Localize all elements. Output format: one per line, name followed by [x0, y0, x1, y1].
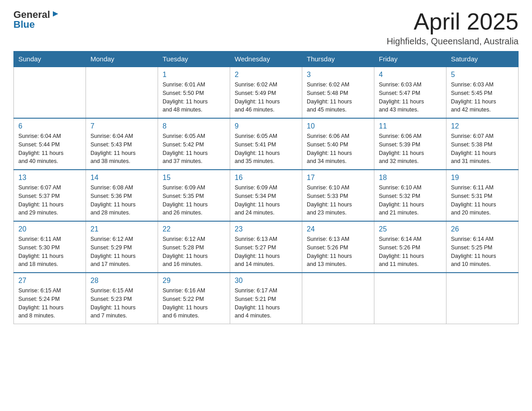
calendar-cell: 11Sunrise: 6:06 AM Sunset: 5:39 PM Dayli… [374, 118, 446, 170]
day-number: 1 [163, 71, 225, 79]
day-info: Sunrise: 6:11 AM Sunset: 5:31 PM Dayligh… [451, 184, 514, 217]
col-header-friday: Friday [374, 51, 446, 67]
calendar-cell: 23Sunrise: 6:13 AM Sunset: 5:27 PM Dayli… [230, 221, 302, 273]
calendar-cell: 24Sunrise: 6:13 AM Sunset: 5:26 PM Dayli… [302, 221, 374, 273]
day-number: 7 [90, 122, 153, 130]
day-number: 25 [379, 225, 442, 233]
day-info: Sunrise: 6:13 AM Sunset: 5:27 PM Dayligh… [235, 235, 297, 269]
calendar-cell: 10Sunrise: 6:06 AM Sunset: 5:40 PM Dayli… [302, 118, 374, 170]
day-number: 2 [235, 71, 297, 79]
title-area: April 2025 Highfields, Queensland, Austr… [386, 9, 519, 47]
day-number: 21 [90, 225, 153, 233]
day-number: 5 [451, 71, 514, 79]
logo-blue-text: Blue [13, 19, 35, 30]
day-number: 4 [379, 71, 442, 79]
day-info: Sunrise: 6:15 AM Sunset: 5:23 PM Dayligh… [90, 287, 153, 320]
day-info: Sunrise: 6:08 AM Sunset: 5:36 PM Dayligh… [90, 184, 153, 217]
day-number: 8 [163, 122, 225, 130]
day-info: Sunrise: 6:14 AM Sunset: 5:25 PM Dayligh… [451, 235, 514, 269]
calendar-cell: 2Sunrise: 6:02 AM Sunset: 5:49 PM Daylig… [230, 67, 302, 118]
calendar-cell: 27Sunrise: 6:15 AM Sunset: 5:24 PM Dayli… [14, 273, 86, 324]
calendar-cell: 8Sunrise: 6:05 AM Sunset: 5:42 PM Daylig… [158, 118, 230, 170]
day-info: Sunrise: 6:07 AM Sunset: 5:37 PM Dayligh… [18, 184, 81, 217]
day-info: Sunrise: 6:10 AM Sunset: 5:32 PM Dayligh… [379, 184, 442, 217]
day-number: 15 [163, 174, 225, 182]
day-info: Sunrise: 6:06 AM Sunset: 5:39 PM Dayligh… [379, 132, 442, 166]
day-number: 18 [379, 174, 442, 182]
header: General Blue April 2025 Highfields, Quee… [13, 9, 519, 47]
day-info: Sunrise: 6:14 AM Sunset: 5:26 PM Dayligh… [379, 235, 442, 269]
calendar-cell: 21Sunrise: 6:12 AM Sunset: 5:29 PM Dayli… [86, 221, 158, 273]
day-number: 6 [18, 122, 81, 130]
day-number: 22 [163, 225, 225, 233]
day-number: 12 [451, 122, 514, 130]
calendar-cell: 18Sunrise: 6:10 AM Sunset: 5:32 PM Dayli… [374, 170, 446, 221]
location-title: Highfields, Queensland, Australia [386, 36, 519, 47]
day-info: Sunrise: 6:13 AM Sunset: 5:26 PM Dayligh… [307, 235, 369, 269]
calendar-cell: 26Sunrise: 6:14 AM Sunset: 5:25 PM Dayli… [446, 221, 519, 273]
calendar-cell: 15Sunrise: 6:09 AM Sunset: 5:35 PM Dayli… [158, 170, 230, 221]
calendar-cell: 3Sunrise: 6:02 AM Sunset: 5:48 PM Daylig… [302, 67, 374, 118]
day-number: 14 [90, 174, 153, 182]
day-number: 20 [18, 225, 81, 233]
day-number: 24 [307, 225, 369, 233]
calendar-cell: 29Sunrise: 6:16 AM Sunset: 5:22 PM Dayli… [158, 273, 230, 324]
day-info: Sunrise: 6:05 AM Sunset: 5:41 PM Dayligh… [235, 132, 297, 166]
week-row-2: 6Sunrise: 6:04 AM Sunset: 5:44 PM Daylig… [14, 118, 519, 170]
calendar-cell: 13Sunrise: 6:07 AM Sunset: 5:37 PM Dayli… [14, 170, 86, 221]
day-number: 26 [451, 225, 514, 233]
day-info: Sunrise: 6:12 AM Sunset: 5:28 PM Dayligh… [163, 235, 225, 269]
day-number: 30 [235, 277, 297, 285]
week-row-5: 27Sunrise: 6:15 AM Sunset: 5:24 PM Dayli… [14, 273, 519, 324]
col-header-sunday: Sunday [14, 51, 86, 67]
col-header-tuesday: Tuesday [158, 51, 230, 67]
col-header-monday: Monday [86, 51, 158, 67]
calendar-cell: 25Sunrise: 6:14 AM Sunset: 5:26 PM Dayli… [374, 221, 446, 273]
day-number: 13 [18, 174, 81, 182]
day-info: Sunrise: 6:17 AM Sunset: 5:21 PM Dayligh… [235, 287, 297, 320]
day-info: Sunrise: 6:06 AM Sunset: 5:40 PM Dayligh… [307, 132, 369, 166]
day-info: Sunrise: 6:09 AM Sunset: 5:35 PM Dayligh… [163, 184, 225, 217]
calendar-cell: 12Sunrise: 6:07 AM Sunset: 5:38 PM Dayli… [446, 118, 519, 170]
day-info: Sunrise: 6:02 AM Sunset: 5:48 PM Dayligh… [307, 81, 369, 114]
day-number: 9 [235, 122, 297, 130]
day-info: Sunrise: 6:04 AM Sunset: 5:43 PM Dayligh… [90, 132, 153, 166]
calendar-cell: 7Sunrise: 6:04 AM Sunset: 5:43 PM Daylig… [86, 118, 158, 170]
day-number: 10 [307, 122, 369, 130]
header-row: SundayMondayTuesdayWednesdayThursdayFrid… [14, 51, 519, 67]
week-row-1: 1Sunrise: 6:01 AM Sunset: 5:50 PM Daylig… [14, 67, 519, 118]
calendar-cell: 22Sunrise: 6:12 AM Sunset: 5:28 PM Dayli… [158, 221, 230, 273]
day-number: 16 [235, 174, 297, 182]
day-info: Sunrise: 6:10 AM Sunset: 5:33 PM Dayligh… [307, 184, 369, 217]
month-title: April 2025 [386, 9, 519, 34]
calendar-cell: 9Sunrise: 6:05 AM Sunset: 5:41 PM Daylig… [230, 118, 302, 170]
day-info: Sunrise: 6:09 AM Sunset: 5:34 PM Dayligh… [235, 184, 297, 217]
col-header-saturday: Saturday [446, 51, 519, 67]
day-info: Sunrise: 6:04 AM Sunset: 5:44 PM Dayligh… [18, 132, 81, 166]
svg-marker-0 [53, 11, 58, 17]
calendar-cell: 14Sunrise: 6:08 AM Sunset: 5:36 PM Dayli… [86, 170, 158, 221]
week-row-3: 13Sunrise: 6:07 AM Sunset: 5:37 PM Dayli… [14, 170, 519, 221]
calendar-cell: 16Sunrise: 6:09 AM Sunset: 5:34 PM Dayli… [230, 170, 302, 221]
day-info: Sunrise: 6:03 AM Sunset: 5:45 PM Dayligh… [451, 81, 514, 114]
col-header-wednesday: Wednesday [230, 51, 302, 67]
calendar-cell: 5Sunrise: 6:03 AM Sunset: 5:45 PM Daylig… [446, 67, 519, 118]
day-number: 23 [235, 225, 297, 233]
calendar-cell: 17Sunrise: 6:10 AM Sunset: 5:33 PM Dayli… [302, 170, 374, 221]
logo-triangle-icon [51, 10, 59, 18]
day-number: 3 [307, 71, 369, 79]
day-info: Sunrise: 6:01 AM Sunset: 5:50 PM Dayligh… [163, 81, 225, 114]
calendar-cell: 6Sunrise: 6:04 AM Sunset: 5:44 PM Daylig… [14, 118, 86, 170]
calendar-cell: 19Sunrise: 6:11 AM Sunset: 5:31 PM Dayli… [446, 170, 519, 221]
day-number: 19 [451, 174, 514, 182]
logo: General Blue [13, 9, 59, 30]
calendar-cell [446, 273, 519, 324]
calendar-cell: 28Sunrise: 6:15 AM Sunset: 5:23 PM Dayli… [86, 273, 158, 324]
calendar-table: SundayMondayTuesdayWednesdayThursdayFrid… [13, 51, 519, 324]
day-info: Sunrise: 6:07 AM Sunset: 5:38 PM Dayligh… [451, 132, 514, 166]
day-number: 29 [163, 277, 225, 285]
calendar-cell [374, 273, 446, 324]
calendar-cell [302, 273, 374, 324]
day-info: Sunrise: 6:02 AM Sunset: 5:49 PM Dayligh… [235, 81, 297, 114]
calendar-cell: 1Sunrise: 6:01 AM Sunset: 5:50 PM Daylig… [158, 67, 230, 118]
